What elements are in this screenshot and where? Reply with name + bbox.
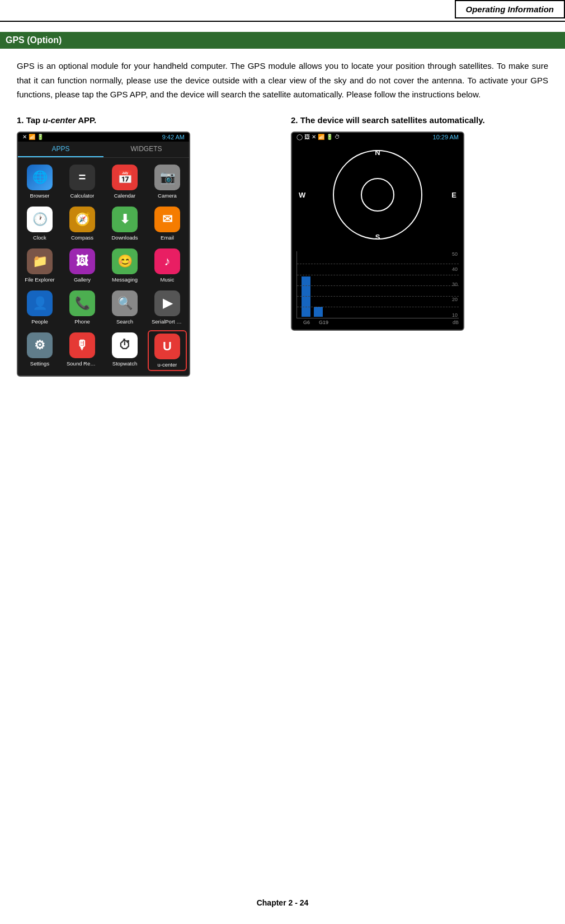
signal-area: 50 40 30 20 10 G6 G19 dB	[292, 248, 463, 330]
signal-y-labels: 50 40 30 20 10	[451, 251, 459, 318]
app-label: SerialPort T...	[152, 318, 183, 325]
phone-mockup-1: ✕ 📶 🔋 9:42 AM APPS WIDGETS 🌐Browser=Calc…	[17, 132, 190, 377]
footer-text: Chapter 2 - 24	[257, 898, 309, 907]
header-title: Operating Information	[455, 0, 566, 18]
app-item-calendar[interactable]: 📅Calendar	[105, 162, 144, 201]
app-icon-camera: 📷	[154, 165, 180, 190]
signal-line-40	[297, 275, 459, 275]
app-item-compass[interactable]: 🧭Compass	[63, 204, 102, 243]
app-icon-settings: ⚙	[27, 332, 53, 358]
app-item-calculator[interactable]: =Calculator	[63, 162, 102, 201]
app-item-serialportt...[interactable]: ▶SerialPort T...	[148, 288, 187, 327]
app-item-people[interactable]: 👤People	[20, 288, 59, 327]
app-icon-u-center: U	[154, 334, 180, 359]
app-icon-downloads: ⬇	[112, 207, 138, 232]
app-label: u-center	[158, 362, 177, 368]
app-label: Phone	[74, 318, 90, 325]
app-label: Calendar	[114, 193, 136, 199]
step2-label: 2. The device will search satellites aut…	[291, 115, 548, 125]
app-item-u-center[interactable]: Uu-center	[148, 330, 187, 371]
app-icon-calendar: 📅	[112, 165, 138, 190]
tab-apps[interactable]: APPS	[18, 142, 103, 157]
app-icon-serialportt...: ▶	[154, 290, 180, 316]
app-item-camera[interactable]: 📷Camera	[148, 162, 187, 201]
app-item-search[interactable]: 🔍Search	[105, 288, 144, 327]
section-heading: GPS (Option)	[0, 32, 565, 49]
apps-grid: 🌐Browser=Calculator📅Calendar📷Camera🕐Cloc…	[18, 158, 189, 376]
app-label: Compass	[71, 234, 93, 241]
app-item-email[interactable]: ✉Email	[148, 204, 187, 243]
app-label: Camera	[158, 193, 177, 199]
app-item-fileexplorer[interactable]: 📁File Explorer	[20, 246, 59, 285]
app-label: Messaging	[112, 276, 138, 283]
app-icon-browser: 🌐	[27, 165, 53, 190]
app-item-soundrecor...[interactable]: 🎙Sound Recor...	[63, 330, 102, 371]
body-paragraph: GPS is an optional module for your handh…	[17, 59, 548, 102]
app-item-messaging[interactable]: 😊Messaging	[105, 246, 144, 285]
phone1-tabs: APPS WIDGETS	[18, 142, 189, 158]
phone1-status-bar: ✕ 📶 🔋 9:42 AM	[18, 133, 189, 142]
compass-inner-ring	[361, 178, 394, 212]
signal-line-10	[297, 307, 459, 307]
app-label: Settings	[30, 360, 49, 367]
app-item-music[interactable]: ♪Music	[148, 246, 187, 285]
app-icon-compass: 🧭	[69, 207, 95, 232]
signal-bar-g19	[314, 307, 323, 317]
page-header: Operating Information	[0, 0, 565, 22]
app-icon-fileexplorer: 📁	[27, 248, 53, 274]
signal-line-50	[297, 264, 459, 264]
step1-column: 1. Tap u-center APP. ✕ 📶 🔋 9:42 AM APPS …	[17, 115, 274, 377]
app-label: Music	[161, 276, 175, 283]
app-label: File Explorer	[25, 276, 54, 283]
app-item-phone[interactable]: 📞Phone	[63, 288, 102, 327]
app-icon-email: ✉	[154, 207, 180, 232]
compass-area: N S E W	[292, 142, 463, 248]
compass-north: N	[375, 148, 380, 157]
app-label: Downloads	[112, 234, 138, 241]
app-label: Gallery	[74, 276, 91, 283]
phone1-time: 9:42 AM	[162, 134, 185, 140]
app-label: Browser	[30, 193, 50, 199]
app-item-gallery[interactable]: 🖼Gallery	[63, 246, 102, 285]
app-icon-stopwatch: ⏱	[112, 332, 138, 358]
app-icon-clock: 🕐	[27, 207, 53, 232]
app-icon-search: 🔍	[112, 290, 138, 316]
app-icon-messaging: 😊	[112, 248, 138, 274]
app-item-stopwatch[interactable]: ⏱Stopwatch	[105, 330, 144, 371]
app-icon-calculator: =	[69, 165, 95, 190]
tab-widgets[interactable]: WIDGETS	[103, 142, 189, 157]
phone1-status-icons: ✕ 📶 🔋	[22, 134, 44, 140]
signal-x-labels: G6 G19 dB	[296, 318, 459, 326]
compass-west: W	[299, 190, 305, 199]
app-label: Search	[116, 318, 133, 325]
compass-south: S	[375, 233, 380, 241]
step1-label: 1. Tap u-center APP.	[17, 115, 274, 125]
signal-grid: 50 40 30 20 10	[296, 251, 459, 318]
app-label: Clock	[33, 234, 46, 241]
compass-outer-ring	[333, 150, 422, 240]
app-label: Calculator	[70, 193, 95, 199]
gps-status-bar: ◯ 🖼 ✕ 📶 🔋 ⏱ 10:29 AM	[292, 133, 463, 142]
app-label: Stopwatch	[112, 360, 137, 367]
app-icon-phone: 📞	[69, 290, 95, 316]
app-icon-gallery: 🖼	[69, 248, 95, 274]
app-item-settings[interactable]: ⚙Settings	[20, 330, 59, 371]
app-item-downloads[interactable]: ⬇Downloads	[105, 204, 144, 243]
app-item-clock[interactable]: 🕐Clock	[20, 204, 59, 243]
app-label: Email	[161, 234, 174, 241]
step2-column: 2. The device will search satellites aut…	[291, 115, 548, 377]
app-icon-soundrecor...: 🎙	[69, 332, 95, 358]
app-label: People	[31, 318, 48, 325]
phone2-time: 10:29 AM	[433, 134, 459, 140]
signal-line-20	[297, 296, 459, 297]
app-icon-people: 👤	[27, 290, 53, 316]
instructions-row: 1. Tap u-center APP. ✕ 📶 🔋 9:42 AM APPS …	[17, 115, 548, 377]
gps-status-icons: ◯ 🖼 ✕ 📶 🔋 ⏱	[296, 134, 340, 140]
page-footer: Chapter 2 - 24	[0, 898, 565, 907]
app-item-browser[interactable]: 🌐Browser	[20, 162, 59, 201]
db-label: dB	[329, 320, 459, 325]
gps-mockup: ◯ 🖼 ✕ 📶 🔋 ⏱ 10:29 AM N S E W	[291, 132, 464, 331]
app-icon-music: ♪	[154, 248, 180, 274]
app-label: Sound Recor...	[67, 360, 98, 367]
signal-bar-g6	[302, 276, 310, 317]
